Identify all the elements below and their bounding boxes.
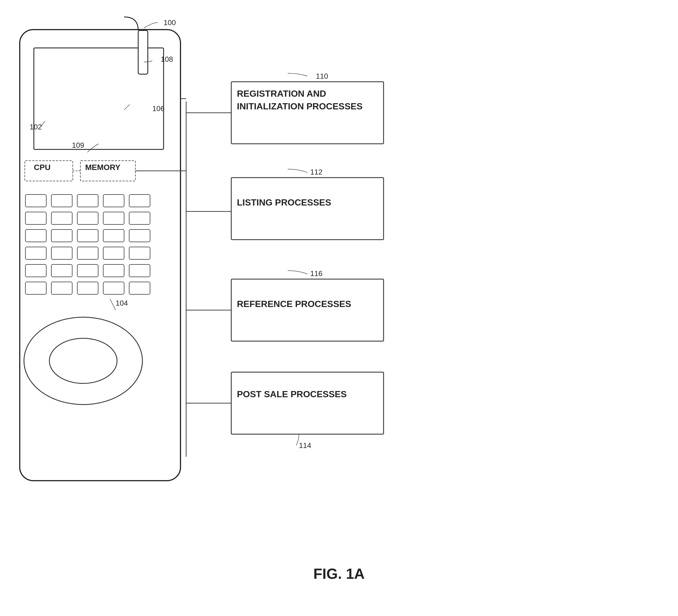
label-104: 104	[116, 299, 128, 308]
svg-rect-31	[103, 247, 124, 259]
svg-rect-33	[25, 264, 46, 277]
svg-rect-21	[103, 212, 124, 224]
label-110: 110	[316, 72, 328, 81]
svg-rect-0	[20, 30, 181, 481]
svg-rect-15	[77, 195, 98, 207]
svg-rect-1	[34, 48, 163, 149]
svg-rect-42	[129, 282, 150, 294]
label-112: 112	[310, 168, 323, 177]
label-108: 108	[161, 55, 173, 64]
svg-rect-19	[51, 212, 72, 224]
svg-rect-47	[231, 279, 383, 341]
figure-caption: FIG. 1A	[313, 565, 365, 582]
svg-rect-30	[77, 247, 98, 259]
svg-rect-26	[103, 229, 124, 242]
label-114: 114	[299, 441, 311, 450]
svg-rect-35	[77, 264, 98, 277]
svg-rect-37	[129, 264, 150, 277]
svg-rect-29	[51, 247, 72, 259]
svg-rect-13	[25, 195, 46, 207]
svg-rect-28	[25, 247, 46, 259]
process-box-114-text: POST SALE PROCESSES	[237, 389, 378, 399]
svg-rect-27	[129, 229, 150, 242]
diagram: 100 108 106 102 109 104 CPU MEMORY 110 R…	[0, 0, 678, 616]
cpu-label: CPU	[34, 163, 50, 172]
svg-rect-16	[103, 195, 124, 207]
svg-rect-34	[51, 264, 72, 277]
svg-rect-24	[51, 229, 72, 242]
svg-rect-39	[51, 282, 72, 294]
label-100: 100	[163, 18, 176, 27]
svg-rect-48	[231, 372, 383, 434]
process-box-110-text: REGISTRATION AND INITIALIZATION PROCESSE…	[237, 87, 378, 113]
svg-rect-2	[138, 31, 148, 74]
memory-label: MEMORY	[85, 163, 120, 172]
svg-rect-20	[77, 212, 98, 224]
svg-rect-41	[103, 282, 124, 294]
process-box-112-text: LISTING PROCESSES	[237, 197, 378, 208]
svg-rect-25	[77, 229, 98, 242]
svg-rect-36	[103, 264, 124, 277]
svg-point-44	[49, 338, 117, 383]
label-102: 102	[30, 123, 42, 131]
label-106: 106	[152, 104, 164, 113]
label-109: 109	[72, 141, 84, 150]
svg-rect-32	[129, 247, 150, 259]
svg-rect-23	[25, 229, 46, 242]
svg-rect-14	[51, 195, 72, 207]
svg-rect-22	[129, 212, 150, 224]
label-116: 116	[310, 269, 323, 278]
svg-rect-40	[77, 282, 98, 294]
process-box-116-text: REFERENCE PROCESSES	[237, 299, 378, 309]
svg-rect-17	[129, 195, 150, 207]
svg-point-43	[24, 317, 142, 405]
svg-rect-18	[25, 212, 46, 224]
svg-rect-46	[231, 178, 383, 240]
svg-rect-38	[25, 282, 46, 294]
